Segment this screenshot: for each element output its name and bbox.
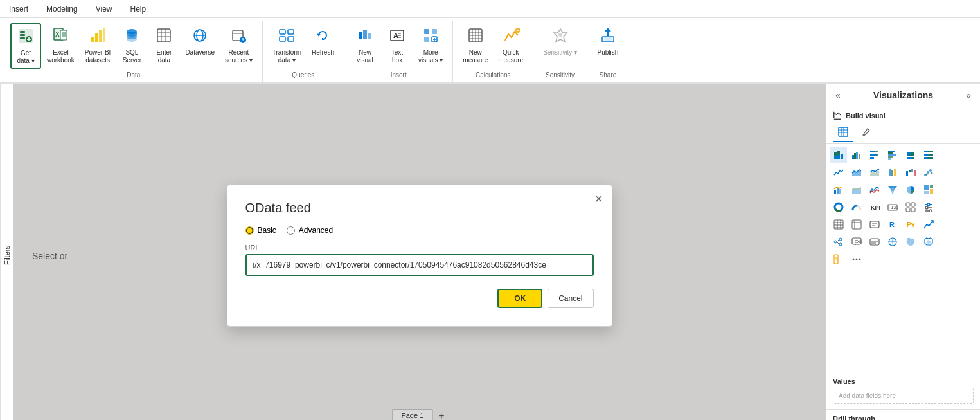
menu-item-insert[interactable]: Insert xyxy=(5,2,32,16)
viz-bar-100[interactable] xyxy=(902,147,919,163)
sensitivity-button[interactable]: Sensitivity ▾ xyxy=(539,23,582,60)
url-input[interactable] xyxy=(248,257,591,273)
power-bi-datasets-button[interactable]: Power BIdatasets xyxy=(80,23,116,68)
viz-row-6: Q&A xyxy=(830,233,976,250)
svg-point-117 xyxy=(927,171,929,174)
viz-card[interactable]: 123 xyxy=(884,199,901,215)
values-placeholder[interactable]: Add data fields here xyxy=(833,388,974,404)
text-box-button[interactable]: A Textbox xyxy=(382,23,413,68)
viz-donut[interactable] xyxy=(830,199,847,215)
get-data-button[interactable]: Getdata ▾ xyxy=(10,23,41,69)
viz-key-influencer[interactable] xyxy=(920,216,937,233)
svg-rect-111 xyxy=(894,169,896,176)
svg-text:KPI: KPI xyxy=(871,205,880,211)
svg-text:X: X xyxy=(55,31,60,38)
filters-label: Filters xyxy=(3,246,11,266)
viz-funnel[interactable] xyxy=(884,181,901,198)
cancel-button[interactable]: Cancel xyxy=(548,289,593,308)
viz-multi-card[interactable] xyxy=(902,199,919,215)
new-measure-button[interactable]: Newmeasure xyxy=(458,23,492,68)
viz-line2[interactable] xyxy=(866,181,883,198)
new-visual-button[interactable]: Newvisual xyxy=(350,23,380,68)
refresh-button[interactable]: Refresh xyxy=(307,23,339,60)
tab-format[interactable] xyxy=(856,124,877,142)
menu-bar: Insert Modeling View Help xyxy=(0,0,980,18)
filters-sidebar[interactable]: Filters xyxy=(0,84,13,420)
sensitivity-icon xyxy=(551,26,569,48)
viz-bar-line[interactable] xyxy=(830,181,847,198)
radio-advanced-input[interactable] xyxy=(287,226,295,235)
enter-data-button[interactable]: Enterdata xyxy=(148,23,179,68)
svg-text:R: R xyxy=(889,221,895,228)
viz-clustered-bar[interactable] xyxy=(848,147,865,163)
viz-ribbon[interactable] xyxy=(884,164,901,181)
dialog-close-button[interactable]: ✕ xyxy=(594,194,603,205)
viz-table[interactable] xyxy=(830,216,847,233)
viz-bar-100-h[interactable] xyxy=(920,147,937,163)
viz-waterfall[interactable] xyxy=(902,164,919,181)
viz-matrix[interactable] xyxy=(848,216,865,233)
viz-gauge[interactable] xyxy=(848,199,865,215)
svg-marker-127 xyxy=(890,188,895,191)
svg-rect-92 xyxy=(888,154,896,156)
svg-rect-123 xyxy=(839,189,841,194)
enter-data-label: Enterdata xyxy=(156,49,172,64)
svg-rect-85 xyxy=(870,151,875,152)
viz-stacked-bar[interactable] xyxy=(830,147,847,163)
svg-text:A: A xyxy=(393,32,398,39)
viz-azure-map[interactable] xyxy=(884,233,901,250)
ribbon-group-insert: Newvisual A Textbox xyxy=(344,21,453,82)
dataverse-label: Dataverse xyxy=(185,49,215,57)
viz-slicer[interactable] xyxy=(920,199,937,215)
panel-expand-arrow[interactable]: » xyxy=(963,89,974,102)
sql-server-label: SQLServer xyxy=(123,49,141,64)
viz-row-3 xyxy=(830,181,976,198)
quick-measure-button[interactable]: Quickmeasure xyxy=(494,23,528,68)
viz-stacked-bar-h[interactable] xyxy=(866,147,883,163)
svg-rect-90 xyxy=(888,151,895,152)
panel-collapse-arrow[interactable]: « xyxy=(833,89,843,102)
viz-ellipsis[interactable] xyxy=(848,251,865,268)
recent-sources-button[interactable]: Recentsources ▾ xyxy=(220,23,257,68)
menu-item-view[interactable]: View xyxy=(92,2,116,16)
viz-decomp-tree[interactable] xyxy=(830,233,847,250)
viz-stacked-area[interactable] xyxy=(848,181,865,198)
viz-qna[interactable]: Q&A xyxy=(848,233,865,250)
radio-basic-option[interactable]: Basic xyxy=(245,226,276,235)
svg-rect-51 xyxy=(432,29,437,34)
viz-pie[interactable] xyxy=(902,181,919,198)
viz-filled-map[interactable] xyxy=(902,233,919,250)
svg-rect-106 xyxy=(927,157,933,159)
radio-basic-input[interactable] xyxy=(245,226,254,235)
svg-rect-133 xyxy=(924,191,929,194)
svg-point-118 xyxy=(929,169,932,172)
viz-treemap[interactable] xyxy=(920,181,937,198)
viz-card2[interactable] xyxy=(866,216,883,233)
radio-advanced-option[interactable]: Advanced xyxy=(287,226,333,235)
menu-item-modeling[interactable]: Modeling xyxy=(42,2,82,16)
menu-item-help[interactable]: Help xyxy=(127,2,150,16)
svg-rect-2 xyxy=(20,34,25,36)
dataverse-button[interactable]: Dataverse xyxy=(181,23,219,60)
viz-line[interactable] xyxy=(830,164,847,181)
excel-workbook-button[interactable]: X Excelworkbook xyxy=(42,23,79,68)
viz-area[interactable] xyxy=(848,164,865,181)
viz-kpi[interactable]: KPI xyxy=(866,199,883,215)
viz-line-area[interactable] xyxy=(866,164,883,181)
sql-server-button[interactable]: SQLServer xyxy=(116,23,147,68)
transform-data-button[interactable]: Transformdata ▾ xyxy=(268,23,306,68)
viz-shape-map[interactable] xyxy=(920,233,937,250)
viz-scatter[interactable] xyxy=(920,164,937,181)
viz-r-script[interactable]: R xyxy=(884,216,901,233)
more-visuals-button[interactable]: Morevisuals ▾ xyxy=(414,23,447,68)
viz-more1[interactable] xyxy=(830,251,847,268)
visualizations-panel: « Visualizations » Build visual xyxy=(826,84,980,420)
ok-button[interactable]: OK xyxy=(497,289,542,308)
viz-python[interactable]: Py xyxy=(902,216,919,233)
viz-smart-narr[interactable] xyxy=(866,233,883,250)
publish-button[interactable]: Publish xyxy=(592,23,623,60)
svg-rect-1 xyxy=(20,31,25,33)
svg-rect-96 xyxy=(911,152,914,154)
tab-build[interactable] xyxy=(833,124,853,142)
viz-clustered-bar-h[interactable] xyxy=(884,147,901,163)
